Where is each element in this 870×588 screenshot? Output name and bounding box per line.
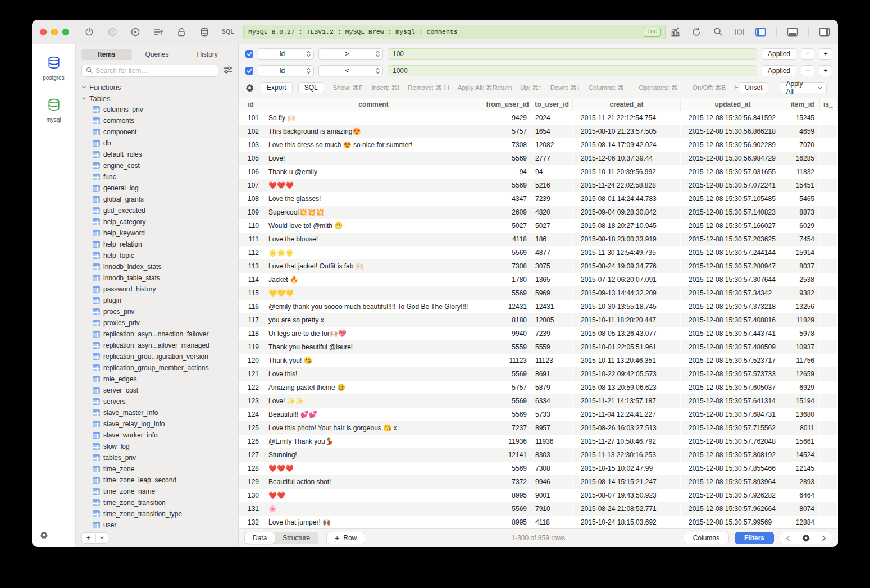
add-icon[interactable]: + bbox=[82, 534, 96, 542]
cell-from-user-id[interactable]: 5559 bbox=[484, 340, 531, 354]
cell-comment[interactable]: Thank you! 😘 bbox=[263, 354, 484, 367]
filter-operator-select[interactable]: > bbox=[318, 48, 383, 60]
cell-from-user-id[interactable]: 5569 bbox=[484, 246, 531, 259]
cell-created-at[interactable]: 2015-08-13 20:59:06.623 bbox=[573, 381, 681, 394]
cell-from-user-id[interactable]: 5569 bbox=[484, 462, 531, 475]
cell-comment[interactable]: Thank you beautiful @laurel bbox=[263, 340, 484, 354]
sidebar-table-item[interactable]: time_zone_transition bbox=[76, 497, 238, 508]
cell-from-user-id[interactable]: 8180 bbox=[484, 313, 531, 327]
cell-item-id[interactable]: 11832 bbox=[785, 165, 820, 179]
cell-updated-at[interactable]: 2015-12-08 15:30:56.841592 bbox=[681, 111, 785, 125]
cell-from-user-id[interactable]: 94 bbox=[484, 165, 531, 179]
cell-updated-at[interactable]: 2015-12-08 15:30:56.902289 bbox=[681, 138, 785, 152]
cell-to-user-id[interactable]: 8691 bbox=[531, 367, 573, 381]
cell-from-user-id[interactable]: 8995 bbox=[484, 516, 531, 528]
cell-item-id[interactable]: 13256 bbox=[785, 300, 820, 313]
column-header-from-user-id[interactable]: from_user_id bbox=[484, 98, 531, 111]
cell-from-user-id[interactable]: 2609 bbox=[484, 206, 531, 219]
cell-to-user-id[interactable]: 12005 bbox=[531, 313, 573, 327]
chevron-down-icon[interactable] bbox=[96, 535, 108, 540]
cell-updated-at[interactable]: 2015-12-08 15:30:57.280947 bbox=[681, 259, 785, 273]
disconnect-icon[interactable] bbox=[107, 26, 118, 38]
cell-id[interactable]: 112 bbox=[239, 246, 263, 259]
cell-updated-at[interactable]: 2015-12-08 15:30:57.762048 bbox=[681, 435, 785, 448]
cell-created-at[interactable]: 2015-08-10 21:23:57.505 bbox=[573, 125, 681, 138]
cell-is[interactable] bbox=[820, 394, 838, 408]
cell-to-user-id[interactable]: 186 bbox=[531, 233, 573, 246]
cell-to-user-id[interactable]: 5559 bbox=[531, 340, 573, 354]
sidebar-table-item[interactable]: help_relation bbox=[76, 239, 238, 250]
cell-id[interactable]: 121 bbox=[239, 367, 263, 381]
filter-settings-gear-icon[interactable] bbox=[245, 84, 254, 92]
sidebar-table-item[interactable]: replication_group_member_actions bbox=[76, 362, 238, 373]
cell-updated-at[interactable]: 2015-12-08 15:30:57.373218 bbox=[681, 300, 785, 313]
cell-id[interactable]: 123 bbox=[239, 394, 263, 408]
cell-created-at[interactable]: 2015-08-05 13:26:43.077 bbox=[573, 327, 681, 340]
cell-created-at[interactable]: 2015-10-22 09:42:05.573 bbox=[573, 367, 681, 381]
lock-icon[interactable] bbox=[176, 26, 187, 38]
sidebar-table-item[interactable]: slave_worker_info bbox=[76, 430, 238, 441]
cell-updated-at[interactable]: 2015-12-08 15:30:57.480509 bbox=[681, 340, 785, 354]
sidebar-table-item[interactable]: servers bbox=[76, 396, 238, 407]
sidebar-table-item[interactable]: columns_priv bbox=[76, 104, 238, 115]
cell-to-user-id[interactable]: 3075 bbox=[531, 259, 573, 273]
cell-created-at[interactable]: 2015-08-14 15:15:21.247 bbox=[573, 475, 681, 489]
cell-id[interactable]: 129 bbox=[239, 475, 263, 489]
filter-column-select[interactable]: id bbox=[258, 48, 314, 60]
cell-updated-at[interactable]: 2015-12-08 15:30:57.140823 bbox=[681, 206, 785, 219]
cell-id[interactable]: 107 bbox=[239, 179, 263, 192]
cell-from-user-id[interactable]: 5757 bbox=[484, 125, 531, 138]
remove-filter-button[interactable]: − bbox=[801, 48, 814, 60]
cell-item-id[interactable]: 10937 bbox=[785, 340, 820, 354]
cell-is[interactable] bbox=[820, 138, 838, 152]
cell-item-id[interactable]: 5978 bbox=[785, 327, 820, 340]
sidebar-table-item[interactable]: func bbox=[76, 171, 238, 183]
cell-to-user-id[interactable]: 8303 bbox=[531, 448, 573, 462]
cell-comment[interactable]: Would love to! @mith 😬 bbox=[263, 219, 484, 233]
cell-updated-at[interactable]: 2015-12-08 15:30:57.893964 bbox=[681, 475, 785, 489]
sidebar-table-item[interactable]: procs_priv bbox=[76, 306, 238, 317]
cell-to-user-id[interactable]: 4118 bbox=[531, 516, 573, 528]
search-input[interactable] bbox=[95, 67, 214, 75]
cell-item-id[interactable]: 12884 bbox=[785, 516, 820, 528]
sidebar-table-item[interactable]: role_edges bbox=[76, 373, 238, 385]
cell-is[interactable] bbox=[820, 435, 838, 448]
cell-id[interactable]: 128 bbox=[239, 462, 263, 475]
cell-updated-at[interactable]: 2015-12-08 15:30:57.715562 bbox=[681, 421, 785, 435]
cell-updated-at[interactable]: 2015-12-08 15:30:57.684731 bbox=[681, 408, 785, 421]
page-settings-gear-icon[interactable] bbox=[796, 534, 816, 542]
sidebar-search-field[interactable] bbox=[81, 65, 218, 77]
unset-button[interactable]: Unset bbox=[739, 82, 768, 93]
cell-created-at[interactable]: 2015-10-11 20:39:56.992 bbox=[573, 165, 681, 179]
connection-mysql[interactable]: mysql bbox=[35, 93, 72, 127]
filter-applied-button[interactable]: Applied bbox=[762, 48, 796, 60]
cell-item-id[interactable]: 16285 bbox=[785, 152, 820, 165]
sidebar-table-item[interactable]: db bbox=[76, 138, 238, 149]
sql-editor-button[interactable]: SQL bbox=[222, 29, 234, 35]
minimize-window-button[interactable] bbox=[51, 29, 58, 35]
cell-id[interactable]: 120 bbox=[239, 354, 263, 367]
cell-comment[interactable]: ❤️❤️❤️ bbox=[263, 462, 484, 475]
cell-to-user-id[interactable]: 5216 bbox=[531, 179, 573, 192]
previous-page-icon[interactable] bbox=[780, 535, 796, 541]
cell-from-user-id[interactable]: 12431 bbox=[484, 300, 531, 313]
cell-id[interactable]: 117 bbox=[239, 313, 263, 327]
cell-item-id[interactable]: 15245 bbox=[785, 111, 820, 125]
cell-id[interactable]: 122 bbox=[239, 381, 263, 394]
cell-comment[interactable]: Beautiful!! 💕💕 bbox=[263, 408, 484, 421]
cell-from-user-id[interactable]: 9940 bbox=[484, 327, 531, 340]
cell-to-user-id[interactable]: 1654 bbox=[531, 125, 573, 138]
sidebar-table-item[interactable]: global_grants bbox=[76, 194, 238, 205]
cell-is[interactable] bbox=[820, 516, 838, 528]
apply-all-button[interactable]: Apply All bbox=[780, 82, 827, 93]
cell-item-id[interactable]: 8011 bbox=[785, 421, 820, 435]
cell-is[interactable] bbox=[820, 152, 838, 165]
cell-from-user-id[interactable]: 5569 bbox=[484, 394, 531, 408]
cell-id[interactable]: 124 bbox=[239, 408, 263, 421]
cell-id[interactable]: 113 bbox=[239, 259, 263, 273]
cell-comment[interactable]: ❤️❤️❤️ bbox=[263, 179, 484, 192]
cell-is[interactable] bbox=[820, 286, 838, 300]
sidebar-table-item[interactable]: component bbox=[76, 126, 238, 138]
cell-comment[interactable]: Beautiful action shot! bbox=[263, 475, 484, 489]
toggle-left-sidebar-icon[interactable] bbox=[755, 26, 766, 38]
